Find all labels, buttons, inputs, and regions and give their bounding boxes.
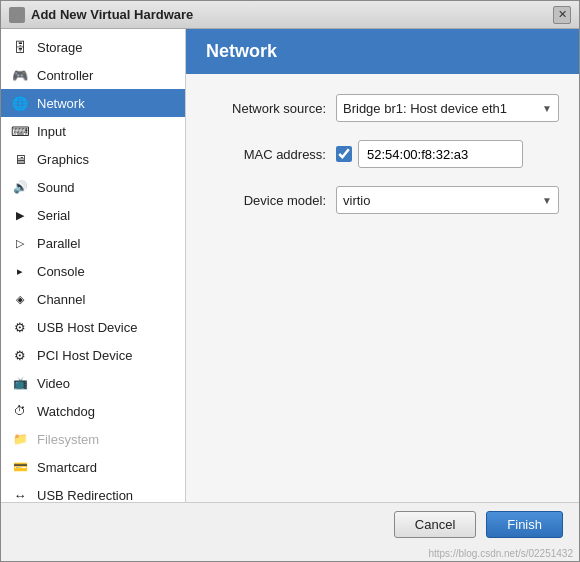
channel-icon xyxy=(11,290,29,308)
sidebar-label-console: Console xyxy=(37,264,85,279)
sidebar-label-usbhost: USB Host Device xyxy=(37,320,137,335)
cancel-button[interactable]: Cancel xyxy=(394,511,476,538)
sidebar-label-controller: Controller xyxy=(37,68,93,83)
console-icon xyxy=(11,262,29,280)
sidebar-label-usbredir: USB Redirection xyxy=(37,488,133,503)
sidebar-label-watchdog: Watchdog xyxy=(37,404,95,419)
network-icon xyxy=(11,94,29,112)
sidebar-label-storage: Storage xyxy=(37,40,83,55)
sidebar-item-smartcard[interactable]: Smartcard xyxy=(1,453,185,481)
sidebar-label-video: Video xyxy=(37,376,70,391)
sidebar-label-sound: Sound xyxy=(37,180,75,195)
device-model-dropdown[interactable]: virtio ▼ xyxy=(336,186,559,214)
parallel-icon xyxy=(11,234,29,252)
sidebar-label-pcihost: PCI Host Device xyxy=(37,348,132,363)
network-source-row: Network source: Bridge br1: Host device … xyxy=(206,94,559,122)
mac-input[interactable] xyxy=(358,140,523,168)
sidebar-label-serial: Serial xyxy=(37,208,70,223)
sidebar-item-graphics[interactable]: Graphics xyxy=(1,145,185,173)
dropdown-arrow-icon: ▼ xyxy=(542,103,552,114)
panel-header: Network xyxy=(186,29,579,74)
footer: Cancel Finish xyxy=(1,502,579,546)
device-model-value: virtio xyxy=(343,193,370,208)
watchdog-icon xyxy=(11,402,29,420)
sidebar-item-console[interactable]: Console xyxy=(1,257,185,285)
titlebar: Add New Virtual Hardware ✕ xyxy=(1,1,579,29)
usbredir-icon xyxy=(11,486,29,502)
titlebar-left: Add New Virtual Hardware xyxy=(9,7,193,23)
sidebar-item-usbredir[interactable]: USB Redirection xyxy=(1,481,185,502)
content-area: StorageControllerNetworkInputGraphicsSou… xyxy=(1,29,579,502)
panel-body: Network source: Bridge br1: Host device … xyxy=(186,74,579,502)
sidebar-label-smartcard: Smartcard xyxy=(37,460,97,475)
sidebar-item-watchdog[interactable]: Watchdog xyxy=(1,397,185,425)
mac-address-row: MAC address: xyxy=(206,140,559,168)
main-panel: Network Network source: Bridge br1: Host… xyxy=(186,29,579,502)
sidebar-item-filesystem: Filesystem xyxy=(1,425,185,453)
window-icon xyxy=(9,7,25,23)
graphics-icon xyxy=(11,150,29,168)
sidebar-label-parallel: Parallel xyxy=(37,236,80,251)
watermark: https://blog.csdn.net/s/02251432 xyxy=(1,546,579,561)
main-window: Add New Virtual Hardware ✕ StorageContro… xyxy=(0,0,580,562)
sidebar-item-video[interactable]: Video xyxy=(1,369,185,397)
sidebar-item-input[interactable]: Input xyxy=(1,117,185,145)
sidebar-item-sound[interactable]: Sound xyxy=(1,173,185,201)
mac-address-label: MAC address: xyxy=(206,147,326,162)
pci-icon xyxy=(11,346,29,364)
window-title: Add New Virtual Hardware xyxy=(31,7,193,22)
filesystem-icon xyxy=(11,430,29,448)
mac-checkbox[interactable] xyxy=(336,146,352,162)
network-source-dropdown[interactable]: Bridge br1: Host device eth1 ▼ xyxy=(336,94,559,122)
finish-button[interactable]: Finish xyxy=(486,511,563,538)
device-model-label: Device model: xyxy=(206,193,326,208)
sidebar-item-parallel[interactable]: Parallel xyxy=(1,229,185,257)
mac-row-container xyxy=(336,140,559,168)
sidebar-item-usbhost[interactable]: USB Host Device xyxy=(1,313,185,341)
input-icon xyxy=(11,122,29,140)
usb-icon xyxy=(11,318,29,336)
network-source-value: Bridge br1: Host device eth1 xyxy=(343,101,507,116)
storage-icon xyxy=(11,38,29,56)
device-model-dropdown-arrow-icon: ▼ xyxy=(542,195,552,206)
serial-icon xyxy=(11,206,29,224)
sidebar-item-pcihost[interactable]: PCI Host Device xyxy=(1,341,185,369)
sidebar-item-storage[interactable]: Storage xyxy=(1,33,185,61)
controller-icon xyxy=(11,66,29,84)
sidebar: StorageControllerNetworkInputGraphicsSou… xyxy=(1,29,186,502)
sidebar-item-serial[interactable]: Serial xyxy=(1,201,185,229)
sidebar-label-channel: Channel xyxy=(37,292,85,307)
video-icon xyxy=(11,374,29,392)
sound-icon xyxy=(11,178,29,196)
close-button[interactable]: ✕ xyxy=(553,6,571,24)
sidebar-label-graphics: Graphics xyxy=(37,152,89,167)
sidebar-item-channel[interactable]: Channel xyxy=(1,285,185,313)
sidebar-item-network[interactable]: Network xyxy=(1,89,185,117)
device-model-row: Device model: virtio ▼ xyxy=(206,186,559,214)
sidebar-item-controller[interactable]: Controller xyxy=(1,61,185,89)
smartcard-icon xyxy=(11,458,29,476)
sidebar-label-filesystem: Filesystem xyxy=(37,432,99,447)
sidebar-label-network: Network xyxy=(37,96,85,111)
network-source-label: Network source: xyxy=(206,101,326,116)
sidebar-label-input: Input xyxy=(37,124,66,139)
